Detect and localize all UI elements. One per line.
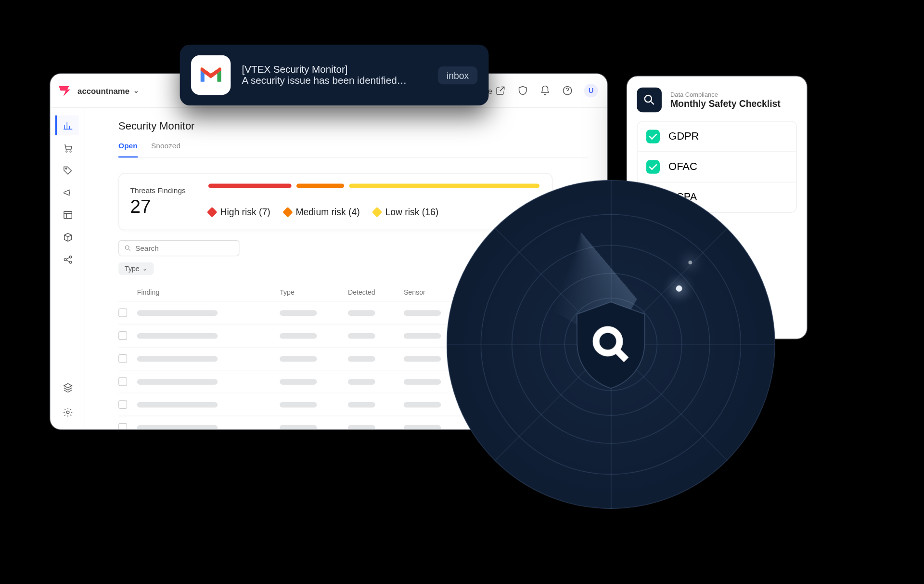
shield-search-icon	[571, 298, 652, 391]
compliance-item-gdpr[interactable]: GDPR	[638, 122, 796, 152]
checkbox-checked-icon[interactable]	[646, 160, 660, 173]
svg-point-10	[645, 95, 652, 102]
tab-bar: Open Snoozed	[118, 142, 589, 158]
findings-total: 27	[130, 196, 192, 217]
legend-low: Low risk (16)	[373, 207, 438, 217]
sidebar-item-settings[interactable]	[55, 402, 79, 422]
diamond-high-icon	[207, 207, 218, 217]
svg-point-3	[65, 168, 67, 169]
svg-point-8	[66, 411, 69, 413]
compliance-item-ofac[interactable]: OFAC	[638, 151, 796, 182]
th-type: Type	[280, 288, 348, 296]
row-checkbox[interactable]	[118, 308, 127, 317]
sidebar-item-catalog[interactable]	[55, 227, 79, 247]
header-actions: …ore U	[473, 74, 598, 107]
bell-icon[interactable]	[539, 85, 551, 96]
findings-label: Threats Findings	[130, 186, 192, 195]
shield-icon[interactable]	[517, 85, 528, 96]
chart-bar-icon	[63, 120, 73, 130]
type-filter[interactable]: Type ⌄	[118, 262, 154, 275]
help-icon[interactable]	[562, 85, 573, 96]
compliance-subtitle: Data Compliance	[670, 91, 781, 98]
search-icon	[124, 245, 131, 252]
tab-snoozed[interactable]: Snoozed	[151, 142, 180, 158]
row-checkbox[interactable]	[118, 354, 127, 363]
sidebar-item-orders[interactable]	[55, 138, 79, 157]
sidebar-item-dashboard[interactable]	[55, 116, 79, 135]
th-detected: Detected	[348, 288, 404, 296]
account-name: accountname	[77, 86, 129, 95]
row-checkbox[interactable]	[118, 400, 127, 409]
email-notification-toast[interactable]: [VTEX Security Monitor] A security issue…	[180, 45, 489, 105]
gmail-icon	[191, 55, 231, 95]
tag-icon	[63, 165, 73, 175]
layout-icon	[63, 209, 73, 220]
th-finding: Finding	[137, 288, 280, 296]
diamond-low-icon	[372, 207, 383, 217]
gear-icon	[63, 407, 73, 417]
vtex-logo-icon	[58, 84, 71, 97]
avatar[interactable]: U	[584, 84, 598, 97]
search-input[interactable]	[135, 244, 234, 252]
legend-medium: Medium risk (4)	[284, 207, 360, 217]
toast-badge[interactable]: inbox	[438, 66, 477, 84]
svg-point-2	[70, 151, 71, 152]
bar-medium-risk	[296, 183, 344, 188]
checkbox-checked-icon[interactable]	[646, 130, 660, 143]
compliance-title: Monthly Safety Checklist	[670, 98, 781, 109]
radar-graphic	[447, 180, 775, 509]
page-title: Security Monitor	[118, 120, 607, 133]
svg-point-9	[125, 246, 129, 249]
share-icon	[63, 254, 73, 265]
radar-blip-icon	[676, 286, 682, 292]
sidebar	[50, 108, 84, 429]
radar-blip-icon	[688, 260, 692, 264]
row-checkbox[interactable]	[118, 377, 127, 386]
sidebar-item-pricing[interactable]	[55, 160, 79, 180]
search-box[interactable]	[118, 240, 239, 257]
chevron-down-icon: ⌄	[133, 87, 139, 95]
cube-icon	[63, 232, 73, 242]
bar-high-risk	[208, 183, 292, 188]
external-link-icon	[495, 85, 506, 96]
svg-point-1	[66, 151, 67, 152]
svg-rect-4	[64, 211, 72, 219]
diamond-medium-icon	[282, 207, 293, 217]
sidebar-item-marketing[interactable]	[55, 182, 79, 202]
magnifier-tile-icon	[637, 88, 662, 113]
row-checkbox[interactable]	[118, 331, 127, 340]
megaphone-icon	[63, 187, 73, 198]
svg-point-11	[596, 329, 619, 353]
sidebar-item-share[interactable]	[55, 249, 79, 269]
toast-body: A security issue has been identified…	[242, 75, 427, 86]
chevron-down-icon: ⌄	[142, 266, 147, 272]
layers-icon	[63, 382, 73, 392]
toast-title: [VTEX Security Monitor]	[242, 64, 427, 75]
account-switcher[interactable]: accountname ⌄	[77, 86, 139, 95]
row-checkbox[interactable]	[118, 423, 127, 429]
sidebar-item-layout[interactable]	[55, 205, 79, 224]
cart-icon	[63, 143, 73, 153]
legend-high: High risk (7)	[208, 207, 270, 217]
sidebar-item-layers[interactable]	[55, 377, 79, 397]
tab-open[interactable]: Open	[118, 142, 138, 158]
